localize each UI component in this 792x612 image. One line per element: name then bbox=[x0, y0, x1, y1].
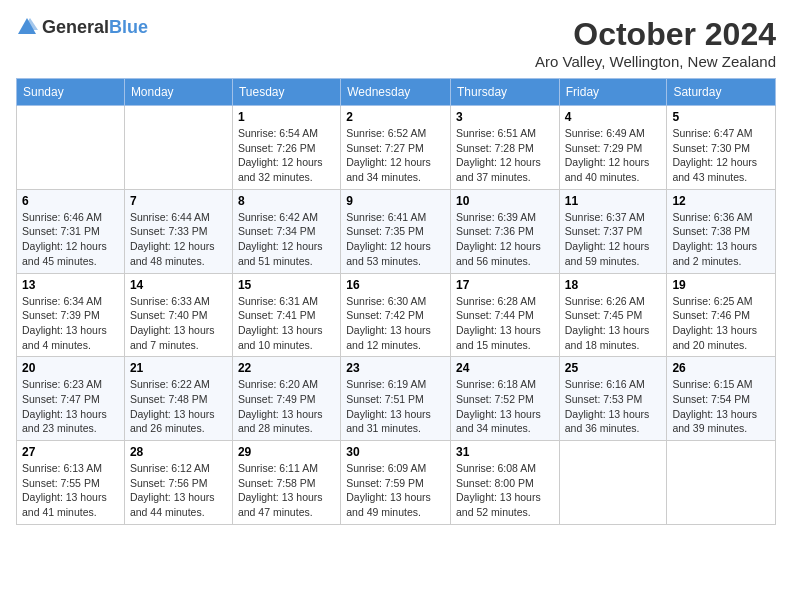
page-header: GeneralBlue October 2024 Aro Valley, Wel… bbox=[16, 16, 776, 70]
day-info: Sunrise: 6:31 AM Sunset: 7:41 PM Dayligh… bbox=[238, 294, 335, 353]
calendar-cell bbox=[17, 106, 125, 190]
calendar-cell: 29Sunrise: 6:11 AM Sunset: 7:58 PM Dayli… bbox=[232, 441, 340, 525]
calendar-cell: 16Sunrise: 6:30 AM Sunset: 7:42 PM Dayli… bbox=[341, 273, 451, 357]
calendar-cell: 27Sunrise: 6:13 AM Sunset: 7:55 PM Dayli… bbox=[17, 441, 125, 525]
calendar-cell: 15Sunrise: 6:31 AM Sunset: 7:41 PM Dayli… bbox=[232, 273, 340, 357]
calendar-cell: 28Sunrise: 6:12 AM Sunset: 7:56 PM Dayli… bbox=[124, 441, 232, 525]
day-info: Sunrise: 6:41 AM Sunset: 7:35 PM Dayligh… bbox=[346, 210, 445, 269]
calendar-cell: 2Sunrise: 6:52 AM Sunset: 7:27 PM Daylig… bbox=[341, 106, 451, 190]
calendar-header-row: SundayMondayTuesdayWednesdayThursdayFrid… bbox=[17, 79, 776, 106]
day-info: Sunrise: 6:22 AM Sunset: 7:48 PM Dayligh… bbox=[130, 377, 227, 436]
calendar-cell: 13Sunrise: 6:34 AM Sunset: 7:39 PM Dayli… bbox=[17, 273, 125, 357]
day-number: 10 bbox=[456, 194, 554, 208]
day-number: 27 bbox=[22, 445, 119, 459]
day-number: 15 bbox=[238, 278, 335, 292]
day-number: 21 bbox=[130, 361, 227, 375]
day-info: Sunrise: 6:30 AM Sunset: 7:42 PM Dayligh… bbox=[346, 294, 445, 353]
day-number: 2 bbox=[346, 110, 445, 124]
calendar-week-3: 20Sunrise: 6:23 AM Sunset: 7:47 PM Dayli… bbox=[17, 357, 776, 441]
logo: GeneralBlue bbox=[16, 16, 148, 38]
calendar-cell: 23Sunrise: 6:19 AM Sunset: 7:51 PM Dayli… bbox=[341, 357, 451, 441]
calendar-cell: 24Sunrise: 6:18 AM Sunset: 7:52 PM Dayli… bbox=[451, 357, 560, 441]
day-info: Sunrise: 6:13 AM Sunset: 7:55 PM Dayligh… bbox=[22, 461, 119, 520]
day-info: Sunrise: 6:52 AM Sunset: 7:27 PM Dayligh… bbox=[346, 126, 445, 185]
calendar-cell: 6Sunrise: 6:46 AM Sunset: 7:31 PM Daylig… bbox=[17, 189, 125, 273]
day-number: 12 bbox=[672, 194, 770, 208]
day-header-sunday: Sunday bbox=[17, 79, 125, 106]
title-area: October 2024 Aro Valley, Wellington, New… bbox=[535, 16, 776, 70]
day-number: 18 bbox=[565, 278, 662, 292]
calendar-cell bbox=[667, 441, 776, 525]
calendar-cell: 18Sunrise: 6:26 AM Sunset: 7:45 PM Dayli… bbox=[559, 273, 667, 357]
calendar-cell: 17Sunrise: 6:28 AM Sunset: 7:44 PM Dayli… bbox=[451, 273, 560, 357]
day-header-monday: Monday bbox=[124, 79, 232, 106]
calendar-cell: 21Sunrise: 6:22 AM Sunset: 7:48 PM Dayli… bbox=[124, 357, 232, 441]
day-number: 4 bbox=[565, 110, 662, 124]
day-number: 7 bbox=[130, 194, 227, 208]
logo-icon bbox=[16, 16, 38, 38]
day-header-wednesday: Wednesday bbox=[341, 79, 451, 106]
day-info: Sunrise: 6:08 AM Sunset: 8:00 PM Dayligh… bbox=[456, 461, 554, 520]
day-info: Sunrise: 6:23 AM Sunset: 7:47 PM Dayligh… bbox=[22, 377, 119, 436]
day-info: Sunrise: 6:33 AM Sunset: 7:40 PM Dayligh… bbox=[130, 294, 227, 353]
day-info: Sunrise: 6:34 AM Sunset: 7:39 PM Dayligh… bbox=[22, 294, 119, 353]
logo-general: General bbox=[42, 17, 109, 37]
calendar-cell: 22Sunrise: 6:20 AM Sunset: 7:49 PM Dayli… bbox=[232, 357, 340, 441]
calendar-cell: 1Sunrise: 6:54 AM Sunset: 7:26 PM Daylig… bbox=[232, 106, 340, 190]
calendar-cell: 31Sunrise: 6:08 AM Sunset: 8:00 PM Dayli… bbox=[451, 441, 560, 525]
month-title: October 2024 bbox=[535, 16, 776, 53]
calendar-cell: 10Sunrise: 6:39 AM Sunset: 7:36 PM Dayli… bbox=[451, 189, 560, 273]
day-info: Sunrise: 6:20 AM Sunset: 7:49 PM Dayligh… bbox=[238, 377, 335, 436]
day-info: Sunrise: 6:42 AM Sunset: 7:34 PM Dayligh… bbox=[238, 210, 335, 269]
day-info: Sunrise: 6:28 AM Sunset: 7:44 PM Dayligh… bbox=[456, 294, 554, 353]
day-number: 22 bbox=[238, 361, 335, 375]
day-number: 17 bbox=[456, 278, 554, 292]
day-info: Sunrise: 6:09 AM Sunset: 7:59 PM Dayligh… bbox=[346, 461, 445, 520]
day-number: 31 bbox=[456, 445, 554, 459]
day-number: 26 bbox=[672, 361, 770, 375]
calendar-cell: 20Sunrise: 6:23 AM Sunset: 7:47 PM Dayli… bbox=[17, 357, 125, 441]
day-number: 24 bbox=[456, 361, 554, 375]
calendar-cell: 30Sunrise: 6:09 AM Sunset: 7:59 PM Dayli… bbox=[341, 441, 451, 525]
day-number: 8 bbox=[238, 194, 335, 208]
day-number: 6 bbox=[22, 194, 119, 208]
calendar-cell: 14Sunrise: 6:33 AM Sunset: 7:40 PM Dayli… bbox=[124, 273, 232, 357]
calendar-cell: 12Sunrise: 6:36 AM Sunset: 7:38 PM Dayli… bbox=[667, 189, 776, 273]
calendar-cell: 7Sunrise: 6:44 AM Sunset: 7:33 PM Daylig… bbox=[124, 189, 232, 273]
calendar-week-4: 27Sunrise: 6:13 AM Sunset: 7:55 PM Dayli… bbox=[17, 441, 776, 525]
calendar-body: 1Sunrise: 6:54 AM Sunset: 7:26 PM Daylig… bbox=[17, 106, 776, 525]
day-header-friday: Friday bbox=[559, 79, 667, 106]
calendar-cell: 8Sunrise: 6:42 AM Sunset: 7:34 PM Daylig… bbox=[232, 189, 340, 273]
calendar-table: SundayMondayTuesdayWednesdayThursdayFrid… bbox=[16, 78, 776, 525]
day-number: 9 bbox=[346, 194, 445, 208]
day-number: 30 bbox=[346, 445, 445, 459]
day-info: Sunrise: 6:39 AM Sunset: 7:36 PM Dayligh… bbox=[456, 210, 554, 269]
day-header-tuesday: Tuesday bbox=[232, 79, 340, 106]
calendar-cell: 4Sunrise: 6:49 AM Sunset: 7:29 PM Daylig… bbox=[559, 106, 667, 190]
day-info: Sunrise: 6:36 AM Sunset: 7:38 PM Dayligh… bbox=[672, 210, 770, 269]
day-number: 13 bbox=[22, 278, 119, 292]
day-number: 28 bbox=[130, 445, 227, 459]
day-info: Sunrise: 6:16 AM Sunset: 7:53 PM Dayligh… bbox=[565, 377, 662, 436]
day-info: Sunrise: 6:37 AM Sunset: 7:37 PM Dayligh… bbox=[565, 210, 662, 269]
calendar-cell: 19Sunrise: 6:25 AM Sunset: 7:46 PM Dayli… bbox=[667, 273, 776, 357]
day-info: Sunrise: 6:49 AM Sunset: 7:29 PM Dayligh… bbox=[565, 126, 662, 185]
calendar-cell: 3Sunrise: 6:51 AM Sunset: 7:28 PM Daylig… bbox=[451, 106, 560, 190]
location-title: Aro Valley, Wellington, New Zealand bbox=[535, 53, 776, 70]
day-info: Sunrise: 6:12 AM Sunset: 7:56 PM Dayligh… bbox=[130, 461, 227, 520]
day-info: Sunrise: 6:26 AM Sunset: 7:45 PM Dayligh… bbox=[565, 294, 662, 353]
day-number: 29 bbox=[238, 445, 335, 459]
day-info: Sunrise: 6:46 AM Sunset: 7:31 PM Dayligh… bbox=[22, 210, 119, 269]
calendar-cell bbox=[559, 441, 667, 525]
day-info: Sunrise: 6:11 AM Sunset: 7:58 PM Dayligh… bbox=[238, 461, 335, 520]
day-number: 16 bbox=[346, 278, 445, 292]
calendar-cell: 5Sunrise: 6:47 AM Sunset: 7:30 PM Daylig… bbox=[667, 106, 776, 190]
day-header-saturday: Saturday bbox=[667, 79, 776, 106]
day-number: 3 bbox=[456, 110, 554, 124]
day-number: 14 bbox=[130, 278, 227, 292]
day-info: Sunrise: 6:47 AM Sunset: 7:30 PM Dayligh… bbox=[672, 126, 770, 185]
calendar-week-2: 13Sunrise: 6:34 AM Sunset: 7:39 PM Dayli… bbox=[17, 273, 776, 357]
day-info: Sunrise: 6:15 AM Sunset: 7:54 PM Dayligh… bbox=[672, 377, 770, 436]
calendar-week-1: 6Sunrise: 6:46 AM Sunset: 7:31 PM Daylig… bbox=[17, 189, 776, 273]
day-info: Sunrise: 6:54 AM Sunset: 7:26 PM Dayligh… bbox=[238, 126, 335, 185]
